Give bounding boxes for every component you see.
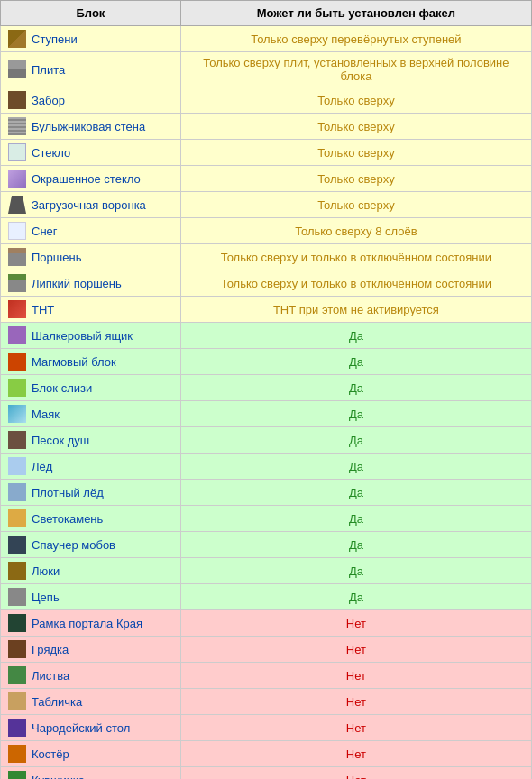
block-cell-4: Стекло [1,140,181,166]
block-cell-27: Костёр [1,741,181,767]
block-name-11: Шалкеровый ящик [32,329,133,343]
block-cell-5: Окрашенное стекло [1,166,181,192]
can-value-20: Да [180,558,531,584]
block-name-28: Кувшинка [32,774,85,780]
can-value-2: Только сверху [180,87,531,114]
block-cell-7: Снег [1,218,181,244]
table-row: Булыжниковая стенаТолько сверху [1,114,532,140]
table-row: ЗаборТолько сверху [1,87,532,114]
block-icon-27 [8,745,26,763]
table-row: Блок слизиДа [1,375,532,401]
can-value-8: Только сверху и только в отключённом сос… [180,244,531,270]
block-name-4: Стекло [32,146,70,160]
table-row: Песок душДа [1,427,532,454]
can-value-24: Нет [180,663,531,689]
table-row: ЛистваНет [1,663,532,689]
table-row: МаякДа [1,401,532,427]
table-row: КувшинкаНет [1,767,532,780]
table-row: Плотный лёдДа [1,480,532,506]
can-value-28: Нет [180,767,531,780]
block-cell-14: Маяк [1,401,181,427]
can-value-5: Только сверху [180,166,531,192]
block-name-3: Булыжниковая стена [32,120,145,133]
block-name-10: ТНТ [32,303,54,316]
block-cell-18: Светокамень [1,506,181,532]
can-value-15: Да [180,427,531,454]
block-cell-20: Люки [1,558,181,584]
block-cell-24: Листва [1,663,181,689]
can-value-22: Нет [180,610,531,637]
block-icon-20 [8,562,26,580]
block-name-19: Спаунер мобов [32,538,115,552]
block-cell-1: Плита [1,52,181,87]
block-name-8: Поршень [32,251,81,264]
block-name-18: Светокамень [32,512,103,526]
block-name-21: Цепь [32,591,60,604]
block-icon-4 [8,143,26,161]
table-row: Загрузочная воронкаТолько сверху [1,192,532,218]
block-cell-10: ТНТ [1,297,181,323]
block-name-6: Загрузочная воронка [32,198,146,212]
block-name-0: Ступени [32,32,78,46]
can-value-16: Да [180,454,531,480]
block-cell-17: Плотный лёд [1,480,181,506]
table-row: Шалкеровый ящикДа [1,323,532,349]
table-row: ТабличкаНет [1,689,532,715]
block-cell-16: Лёд [1,454,181,480]
block-cell-15: Песок душ [1,427,181,454]
block-icon-16 [8,457,26,475]
block-name-15: Песок душ [32,434,89,447]
table-row: Липкий поршеньТолько сверху и только в о… [1,270,532,297]
block-name-17: Плотный лёд [32,486,104,499]
table-row: СветокаменьДа [1,506,532,532]
can-value-27: Нет [180,741,531,767]
block-icon-8 [8,248,26,266]
can-value-4: Только сверху [180,140,531,166]
block-name-1: Плита [32,63,65,77]
block-icon-19 [8,536,26,554]
can-value-9: Только сверху и только в отключённом сос… [180,270,531,297]
block-name-24: Листва [32,669,69,683]
block-icon-24 [8,666,26,684]
block-name-9: Липкий поршень [32,277,122,290]
block-icon-9 [8,274,26,292]
table-row: ЛюкиДа [1,558,532,584]
table-row: СтеклоТолько сверху [1,140,532,166]
block-icon-25 [8,692,26,710]
can-value-10: ТНТ при этом не активируется [180,297,531,323]
block-cell-28: Кувшинка [1,767,181,780]
table-row: ЦепьДа [1,584,532,610]
table-row: Окрашенное стеклоТолько сверху [1,166,532,192]
block-icon-23 [8,640,26,658]
block-cell-3: Булыжниковая стена [1,114,181,140]
block-cell-12: Магмовый блок [1,349,181,375]
block-icon-3 [8,117,26,135]
block-icon-1 [8,60,26,78]
table-row: КостёрНет [1,741,532,767]
block-name-2: Забор [32,94,65,107]
block-cell-2: Забор [1,87,181,114]
block-icon-5 [8,170,26,188]
table-row: Магмовый блокДа [1,349,532,375]
block-cell-21: Цепь [1,584,181,610]
block-cell-11: Шалкеровый ящик [1,323,181,349]
block-cell-25: Табличка [1,689,181,715]
table-row: Чародейский столНет [1,715,532,741]
block-icon-6 [8,196,26,214]
block-cell-13: Блок слизи [1,375,181,401]
can-value-23: Нет [180,637,531,663]
can-value-12: Да [180,349,531,375]
block-name-27: Костёр [32,747,69,761]
block-cell-19: Спаунер мобов [1,532,181,558]
header-can: Может ли быть установлен факел [180,1,531,26]
can-value-6: Только сверху [180,192,531,218]
block-cell-9: Липкий поршень [1,270,181,297]
block-icon-10 [8,300,26,318]
table-row: ТНТТНТ при этом не активируется [1,297,532,323]
can-value-18: Да [180,506,531,532]
block-name-13: Блок слизи [32,381,92,395]
table-row: СнегТолько сверху 8 слоёв [1,218,532,244]
block-icon-0 [8,30,26,48]
table-row: Спаунер мобовДа [1,532,532,558]
can-value-3: Только сверху [180,114,531,140]
